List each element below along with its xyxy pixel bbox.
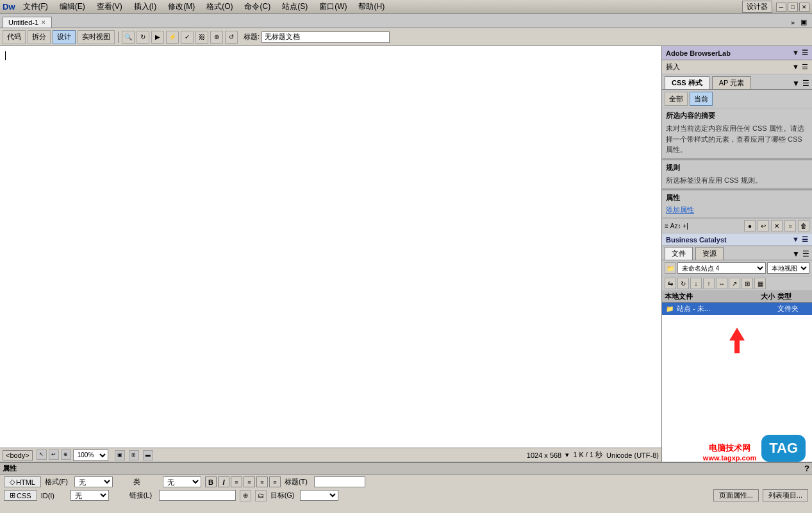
menu-view[interactable]: 查看(V) xyxy=(93,0,126,13)
menu-insert[interactable]: 插入(I) xyxy=(130,0,160,13)
italic-button[interactable]: I xyxy=(218,476,229,487)
check-links-icon[interactable]: ⛓ xyxy=(195,31,208,44)
new-rule-icon[interactable]: ✕ xyxy=(771,220,783,231)
document-tab[interactable]: Untitled-1 ✕ xyxy=(3,17,52,28)
multiscreen-icon[interactable]: ⊞ xyxy=(129,450,139,460)
current-button[interactable]: 当前 xyxy=(690,92,713,106)
files-panel-menu-icon[interactable]: ☰ xyxy=(802,249,809,258)
trash-icon[interactable]: 🗑 xyxy=(798,220,809,231)
menu-site[interactable]: 站点(S) xyxy=(278,0,311,13)
css-styles-tab[interactable]: CSS 样式 xyxy=(665,76,709,89)
connect-icon[interactable]: ⇆ xyxy=(665,278,676,289)
add-property-icon[interactable]: +| xyxy=(683,223,688,230)
link-input[interactable] xyxy=(159,490,236,501)
hand-tool-icon[interactable]: ↩ xyxy=(49,450,59,460)
design-view-button[interactable]: 设计 xyxy=(53,30,76,44)
link-browse-icon[interactable]: ⊕ xyxy=(240,490,251,501)
props-help-icon[interactable]: ? xyxy=(804,464,809,473)
bold-button[interactable]: B xyxy=(205,476,217,487)
heading-input[interactable] xyxy=(314,476,365,487)
minimize-button[interactable]: ─ xyxy=(776,3,786,12)
put-icon[interactable]: ↑ xyxy=(703,278,715,289)
zoom-select[interactable]: 100% xyxy=(73,450,108,461)
menu-modify[interactable]: 修改(M) xyxy=(164,0,199,13)
get-icon[interactable]: ↓ xyxy=(690,278,702,289)
insert-menu-icon[interactable]: ☰ xyxy=(802,63,808,71)
align-left-button[interactable]: ≡ xyxy=(231,476,242,487)
align-justify-button[interactable]: ≡ xyxy=(269,476,281,487)
browser-lab-collapse-icon[interactable]: ▼ xyxy=(792,49,799,57)
tab-panel-expand-icon[interactable]: ▣ xyxy=(798,17,809,28)
menu-window[interactable]: 窗口(W) xyxy=(315,0,351,13)
css-panel-menu-icon[interactable]: ☰ xyxy=(802,79,809,88)
edit-rule-icon[interactable]: ○ xyxy=(784,220,796,231)
validate-icon[interactable]: ✓ xyxy=(181,31,194,44)
zoom-tool-icon[interactable]: ⊕ xyxy=(61,450,71,460)
tablet-icon[interactable]: ▬ xyxy=(143,450,153,460)
edit-canvas[interactable] xyxy=(0,46,661,448)
realtime-view-button[interactable]: 实时视图 xyxy=(78,30,115,44)
site-select[interactable]: 未命名站点 4 xyxy=(677,262,766,274)
window-size-icon[interactable]: ▣ xyxy=(115,450,125,460)
files-tab[interactable]: 文件 xyxy=(665,247,693,260)
id-select[interactable]: 无 xyxy=(70,490,109,501)
debug-icon[interactable]: ⚡ xyxy=(166,31,179,44)
browser-lab-header: Adobe BrowserLab ▼ ☰ xyxy=(662,46,812,60)
refresh-files-icon[interactable]: ↻ xyxy=(677,278,689,289)
link-target-icon[interactable]: 🗂 xyxy=(255,490,267,501)
expand-files-icon[interactable]: ▦ xyxy=(754,278,766,289)
design-mode-label[interactable]: 设计器 xyxy=(742,1,772,13)
view-select[interactable]: 本地视图 xyxy=(767,262,809,274)
browser-lab-menu-icon[interactable]: ☰ xyxy=(802,49,808,57)
title-input[interactable] xyxy=(261,31,390,43)
menu-file[interactable]: 文件(F) xyxy=(19,0,52,13)
insert-label: 插入 xyxy=(666,62,680,72)
format-select[interactable]: 无 xyxy=(74,476,113,487)
html-button[interactable]: ◇ HTML xyxy=(4,476,41,487)
tab-close-icon[interactable]: ✕ xyxy=(41,19,46,26)
sort-icon[interactable]: ≡ xyxy=(665,223,668,230)
az-icon[interactable]: Az↕ xyxy=(670,223,681,230)
align-right-button[interactable]: ≡ xyxy=(256,476,268,487)
file-row[interactable]: 📁 站点 - 未... 文件夹 xyxy=(662,303,812,315)
css-button[interactable]: ⊞ CSS xyxy=(4,490,37,501)
detach-icon[interactable]: ↩ xyxy=(758,220,769,231)
code-view-button[interactable]: 代码 xyxy=(3,30,26,44)
tab-overflow-icon[interactable]: » xyxy=(788,17,797,28)
menu-edit[interactable]: 编辑(E) xyxy=(56,0,89,13)
page-properties-button[interactable]: 页面属性... xyxy=(713,489,759,501)
target-select[interactable] xyxy=(300,490,338,501)
class-label: 类 xyxy=(133,477,159,487)
menu-format[interactable]: 格式(O) xyxy=(203,0,236,13)
sync-icon[interactable]: ⊞ xyxy=(742,278,753,289)
menu-command[interactable]: 命令(C) xyxy=(240,0,274,13)
bc-menu-icon[interactable]: ☰ xyxy=(802,235,808,244)
refresh-icon[interactable]: ↻ xyxy=(137,31,149,44)
check-out-icon[interactable]: ↔ xyxy=(716,278,727,289)
assets-tab[interactable]: 资源 xyxy=(695,247,724,260)
bc-collapse-icon[interactable]: ▼ xyxy=(792,235,799,244)
attach-icon[interactable]: ● xyxy=(744,220,756,231)
class-select[interactable]: 无 xyxy=(163,476,201,487)
browse-icon[interactable]: ▶ xyxy=(151,31,164,44)
select-tool-icon[interactable]: ↖ xyxy=(37,450,47,460)
split-view-button[interactable]: 拆分 xyxy=(28,30,51,44)
all-button[interactable]: 全部 xyxy=(665,92,688,106)
align-center-button[interactable]: ≡ xyxy=(244,476,255,487)
check-in-icon[interactable]: ↗ xyxy=(729,278,740,289)
rules-text: 所选标签没有应用 CSS 规则。 xyxy=(666,175,808,186)
body-tag[interactable]: <body> xyxy=(3,450,33,460)
files-panel-collapse-icon[interactable]: ▼ xyxy=(792,249,800,258)
insert-collapse-icon[interactable]: ▼ xyxy=(792,63,799,71)
site-folder-icon[interactable]: 📁 xyxy=(665,262,676,274)
add-attr-link[interactable]: 添加属性 xyxy=(666,206,694,214)
inspect-icon[interactable]: 🔍 xyxy=(122,31,135,44)
menu-help[interactable]: 帮助(H) xyxy=(354,0,388,13)
zoom-icon[interactable]: ⊕ xyxy=(210,31,223,44)
list-items-button[interactable]: 列表项目... xyxy=(763,489,808,501)
ap-elements-tab[interactable]: AP 元素 xyxy=(712,76,752,89)
refresh2-icon[interactable]: ↺ xyxy=(225,31,238,44)
maximize-button[interactable]: □ xyxy=(788,3,798,12)
css-panel-collapse-icon[interactable]: ▼ xyxy=(792,79,800,88)
close-button[interactable]: ✕ xyxy=(799,3,809,12)
